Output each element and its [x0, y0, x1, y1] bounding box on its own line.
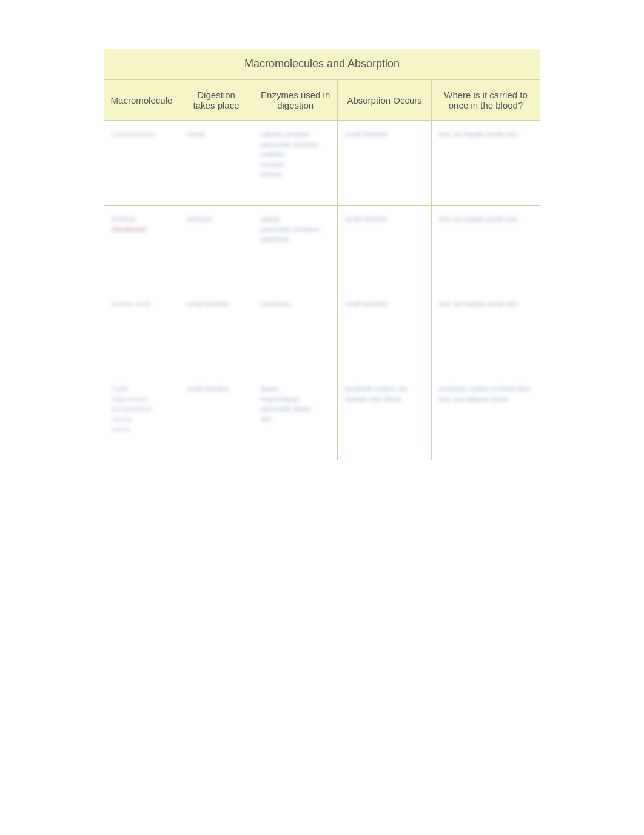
cell-absorption-2: small intestine: [338, 206, 432, 290]
table-row: Nucleic acids small intestine nucleases …: [104, 290, 540, 375]
digestion-place-4: small intestine: [187, 385, 229, 392]
absorption-1: small intestine: [345, 130, 387, 138]
macromolecule-label-3: Nucleic acids: [112, 300, 151, 307]
cell-carried-2: liver via hepatic portal vein: [432, 206, 540, 290]
cell-enzymes-4: lipaselingual lipasepancreatic lipasebil…: [253, 375, 338, 460]
table-row: Carbohydrates mouth salivary amylasepanc…: [104, 121, 540, 206]
cell-macromolecule-2: Proteins (denatured): [104, 206, 179, 290]
carried-to-3: liver via hepatic portal vein: [439, 300, 518, 307]
absorption-4: lymphatic system via lacteals then blood: [345, 385, 406, 403]
macromolecule-label-4: Lipidstriglyceridesphospholipidssterolsw…: [112, 385, 152, 432]
header-macromolecule: Macromolecule: [104, 80, 179, 121]
absorption-3: small intestine: [345, 300, 387, 307]
cell-absorption-3: small intestine: [338, 290, 432, 375]
digestion-place-2: stomach: [187, 215, 212, 223]
macromolecule-note-2: (denatured): [112, 226, 146, 233]
enzymes-2: pepsinpancreatic proteasepeptidase: [261, 215, 320, 243]
cell-macromolecule-1: Carbohydrates: [104, 121, 179, 206]
absorption-2: small intestine: [345, 215, 387, 223]
table-title: Macromolecules and Absorption: [104, 49, 540, 79]
main-table: Macromolecule Digestion takes place Enzy…: [104, 79, 540, 460]
digestion-place-1: mouth: [187, 130, 206, 138]
cell-absorption-1: small intestine: [338, 121, 432, 206]
digestion-place-3: small intestine: [187, 300, 229, 307]
table-row: Lipidstriglyceridesphospholipidssterolsw…: [104, 375, 540, 460]
enzymes-1: salivary amylasepancreatic amylasemaltas…: [261, 130, 318, 178]
cell-carried-3: liver via hepatic portal vein: [432, 290, 540, 375]
cell-absorption-4: lymphatic system via lacteals then blood: [338, 375, 432, 460]
header-carried-to: Where is it carried to once in the blood…: [432, 80, 540, 121]
enzymes-4: lipaselingual lipasepancreatic lipasebil…: [261, 385, 311, 423]
carried-to-2: liver via hepatic portal vein: [439, 215, 518, 223]
enzymes-3: nucleases: [261, 300, 291, 307]
cell-digestion-1: mouth: [179, 121, 253, 206]
cell-enzymes-3: nucleases: [253, 290, 338, 375]
header-row: Macromolecule Digestion takes place Enzy…: [104, 80, 540, 121]
cell-digestion-4: small intestine: [179, 375, 253, 460]
cell-macromolecule-3: Nucleic acids: [104, 290, 179, 375]
cell-carried-1: liver via hepatic portal vein: [432, 121, 540, 206]
header-enzymes: Enzymes used in digestion: [253, 80, 338, 121]
macromolecule-label-2: Proteins: [112, 215, 136, 223]
macromolecule-label-1: Carbohydrates: [112, 130, 155, 138]
cell-digestion-3: small intestine: [179, 290, 253, 375]
cell-enzymes-1: salivary amylasepancreatic amylasemaltas…: [253, 121, 338, 206]
cell-digestion-2: stomach: [179, 206, 253, 290]
table-row: Proteins (denatured) stomach pepsinpancr…: [104, 206, 540, 290]
macromolecules-table-container: Macromolecules and Absorption Macromolec…: [104, 49, 540, 460]
cell-macromolecule-4: Lipidstriglyceridesphospholipidssterolsw…: [104, 375, 179, 460]
carried-to-4: lymphatic system to blood then liver and…: [439, 385, 531, 403]
cell-carried-4: lymphatic system to blood then liver and…: [432, 375, 540, 460]
header-absorption: Absorption Occurs: [338, 80, 432, 121]
carried-to-1: liver via hepatic portal vein: [439, 130, 518, 138]
header-digestion-place: Digestion takes place: [179, 80, 253, 121]
cell-enzymes-2: pepsinpancreatic proteasepeptidase: [253, 206, 338, 290]
